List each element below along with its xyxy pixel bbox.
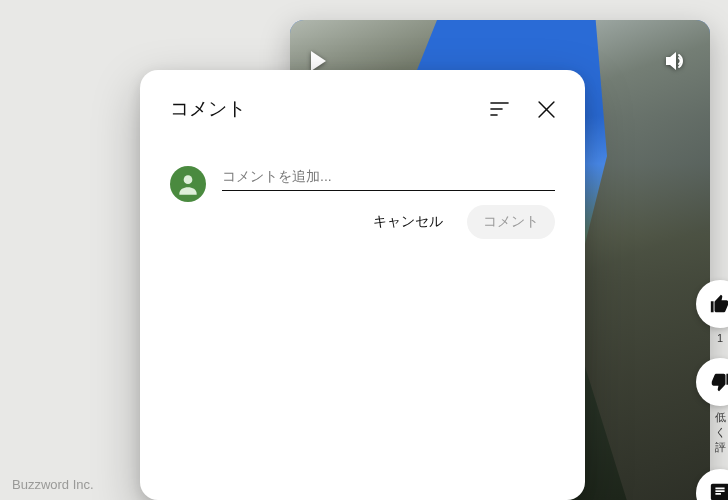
comments-button[interactable]: [696, 469, 728, 500]
close-icon[interactable]: [538, 101, 555, 118]
cancel-button[interactable]: キャンセル: [357, 205, 459, 239]
dislike-button[interactable]: [696, 358, 728, 406]
like-button[interactable]: [696, 280, 728, 328]
video-actions-rail: 1 低く評: [696, 280, 728, 500]
modal-header: コメント: [170, 96, 555, 122]
volume-icon[interactable]: [664, 50, 688, 76]
sort-icon[interactable]: [490, 101, 510, 117]
comments-modal: コメント キャンセル コ: [140, 70, 585, 500]
comment-compose-row: キャンセル コメント: [170, 166, 555, 239]
comment-input[interactable]: [222, 166, 555, 191]
avatar: [170, 166, 206, 202]
like-count: 1: [717, 332, 723, 344]
footer-brand: Buzzword Inc.: [12, 477, 94, 492]
submit-comment-button[interactable]: コメント: [467, 205, 555, 239]
modal-title: コメント: [170, 96, 246, 122]
dislike-label: 低く評: [712, 410, 728, 455]
svg-point-5: [184, 175, 193, 184]
